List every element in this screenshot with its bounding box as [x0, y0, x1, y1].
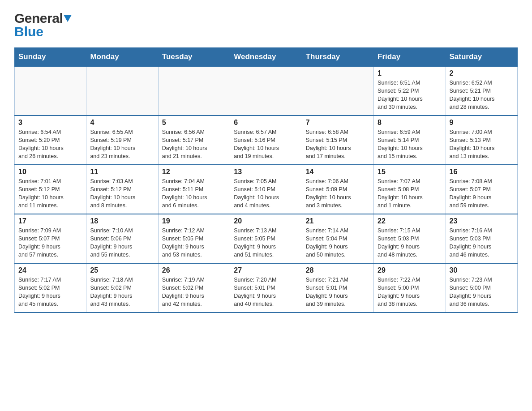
- day-info: Sunrise: 7:16 AM Sunset: 5:03 PM Dayligh…: [450, 227, 514, 259]
- day-info: Sunrise: 6:52 AM Sunset: 5:21 PM Dayligh…: [450, 79, 514, 111]
- day-cell: [230, 66, 302, 116]
- day-info: Sunrise: 7:00 AM Sunset: 5:13 PM Dayligh…: [450, 128, 514, 161]
- day-number: 26: [162, 266, 226, 274]
- day-number: 27: [234, 266, 298, 274]
- day-info: Sunrise: 7:06 AM Sunset: 5:09 PM Dayligh…: [306, 177, 370, 210]
- day-cell: 25Sunrise: 7:18 AM Sunset: 5:02 PM Dayli…: [86, 263, 158, 313]
- day-cell: 1Sunrise: 6:51 AM Sunset: 5:22 PM Daylig…: [374, 66, 446, 116]
- day-number: 11: [90, 168, 154, 176]
- day-cell: 27Sunrise: 7:20 AM Sunset: 5:01 PM Dayli…: [230, 263, 302, 313]
- day-info: Sunrise: 7:14 AM Sunset: 5:04 PM Dayligh…: [306, 227, 370, 259]
- weekday-header-sunday: Sunday: [15, 48, 86, 67]
- day-cell: 8Sunrise: 6:59 AM Sunset: 5:14 PM Daylig…: [374, 116, 446, 165]
- day-cell: 2Sunrise: 6:52 AM Sunset: 5:21 PM Daylig…: [446, 66, 517, 116]
- day-number: 5: [162, 119, 226, 127]
- day-cell: [15, 66, 86, 116]
- day-info: Sunrise: 7:13 AM Sunset: 5:05 PM Dayligh…: [234, 227, 298, 259]
- day-number: 20: [234, 217, 298, 225]
- day-cell: 28Sunrise: 7:21 AM Sunset: 5:01 PM Dayli…: [302, 263, 373, 313]
- day-cell: 5Sunrise: 6:56 AM Sunset: 5:17 PM Daylig…: [158, 116, 230, 165]
- day-info: Sunrise: 7:19 AM Sunset: 5:02 PM Dayligh…: [162, 276, 226, 308]
- day-cell: [158, 66, 230, 116]
- weekday-header-row: SundayMondayTuesdayWednesdayThursdayFrid…: [15, 48, 518, 67]
- day-number: 30: [450, 266, 514, 274]
- day-cell: 10Sunrise: 7:01 AM Sunset: 5:12 PM Dayli…: [15, 165, 86, 214]
- day-info: Sunrise: 7:21 AM Sunset: 5:01 PM Dayligh…: [306, 276, 370, 308]
- day-cell: 22Sunrise: 7:15 AM Sunset: 5:03 PM Dayli…: [374, 214, 446, 263]
- day-cell: 11Sunrise: 7:03 AM Sunset: 5:12 PM Dayli…: [86, 165, 158, 214]
- day-info: Sunrise: 6:58 AM Sunset: 5:15 PM Dayligh…: [306, 128, 370, 161]
- day-info: Sunrise: 7:03 AM Sunset: 5:12 PM Dayligh…: [90, 177, 154, 210]
- day-number: 28: [306, 266, 370, 274]
- logo-blue-text: Blue: [14, 24, 43, 39]
- day-info: Sunrise: 7:01 AM Sunset: 5:12 PM Dayligh…: [18, 177, 82, 210]
- day-number: 14: [306, 168, 370, 176]
- logo-arrow-icon: [64, 15, 72, 24]
- day-number: 1: [378, 69, 442, 77]
- day-number: 12: [162, 168, 226, 176]
- day-number: 2: [450, 69, 514, 77]
- day-info: Sunrise: 7:23 AM Sunset: 5:00 PM Dayligh…: [450, 276, 514, 308]
- day-info: Sunrise: 6:54 AM Sunset: 5:20 PM Dayligh…: [18, 128, 82, 161]
- day-number: 29: [378, 266, 442, 274]
- week-row-2: 3Sunrise: 6:54 AM Sunset: 5:20 PM Daylig…: [15, 116, 518, 165]
- day-number: 16: [450, 168, 514, 176]
- day-cell: 12Sunrise: 7:04 AM Sunset: 5:11 PM Dayli…: [158, 165, 230, 214]
- day-info: Sunrise: 7:07 AM Sunset: 5:08 PM Dayligh…: [378, 177, 442, 210]
- day-info: Sunrise: 7:08 AM Sunset: 5:07 PM Dayligh…: [450, 177, 514, 210]
- day-cell: 13Sunrise: 7:05 AM Sunset: 5:10 PM Dayli…: [230, 165, 302, 214]
- day-number: 24: [18, 266, 82, 274]
- day-info: Sunrise: 7:05 AM Sunset: 5:10 PM Dayligh…: [234, 177, 298, 210]
- day-cell: 7Sunrise: 6:58 AM Sunset: 5:15 PM Daylig…: [302, 116, 373, 165]
- weekday-header-thursday: Thursday: [302, 48, 373, 67]
- day-cell: 30Sunrise: 7:23 AM Sunset: 5:00 PM Dayli…: [446, 263, 517, 313]
- day-number: 19: [162, 217, 226, 225]
- day-cell: 17Sunrise: 7:09 AM Sunset: 5:07 PM Dayli…: [15, 214, 86, 263]
- day-info: Sunrise: 7:22 AM Sunset: 5:00 PM Dayligh…: [378, 276, 442, 308]
- day-cell: 3Sunrise: 6:54 AM Sunset: 5:20 PM Daylig…: [15, 116, 86, 165]
- day-cell: 29Sunrise: 7:22 AM Sunset: 5:00 PM Dayli…: [374, 263, 446, 313]
- day-number: 8: [378, 119, 442, 127]
- day-number: 6: [234, 119, 298, 127]
- weekday-header-monday: Monday: [86, 48, 158, 67]
- day-cell: 16Sunrise: 7:08 AM Sunset: 5:07 PM Dayli…: [446, 165, 517, 214]
- day-cell: 19Sunrise: 7:12 AM Sunset: 5:05 PM Dayli…: [158, 214, 230, 263]
- week-row-4: 17Sunrise: 7:09 AM Sunset: 5:07 PM Dayli…: [15, 214, 518, 263]
- day-info: Sunrise: 6:59 AM Sunset: 5:14 PM Dayligh…: [378, 128, 442, 161]
- day-cell: 23Sunrise: 7:16 AM Sunset: 5:03 PM Dayli…: [446, 214, 517, 263]
- day-info: Sunrise: 7:10 AM Sunset: 5:06 PM Dayligh…: [90, 227, 154, 259]
- day-number: 17: [18, 217, 82, 225]
- day-number: 3: [18, 119, 82, 127]
- day-number: 9: [450, 119, 514, 127]
- day-number: 7: [306, 119, 370, 127]
- day-info: Sunrise: 6:55 AM Sunset: 5:19 PM Dayligh…: [90, 128, 154, 161]
- day-cell: 18Sunrise: 7:10 AM Sunset: 5:06 PM Dayli…: [86, 214, 158, 263]
- calendar-table: SundayMondayTuesdayWednesdayThursdayFrid…: [14, 47, 518, 313]
- day-cell: 24Sunrise: 7:17 AM Sunset: 5:02 PM Dayli…: [15, 263, 86, 313]
- day-cell: 14Sunrise: 7:06 AM Sunset: 5:09 PM Dayli…: [302, 165, 373, 214]
- day-info: Sunrise: 6:51 AM Sunset: 5:22 PM Dayligh…: [378, 79, 442, 111]
- day-info: Sunrise: 7:12 AM Sunset: 5:05 PM Dayligh…: [162, 227, 226, 259]
- weekday-header-friday: Friday: [374, 48, 446, 67]
- day-number: 25: [90, 266, 154, 274]
- day-number: 22: [378, 217, 442, 225]
- day-number: 15: [378, 168, 442, 176]
- day-info: Sunrise: 6:57 AM Sunset: 5:16 PM Dayligh…: [234, 128, 298, 161]
- day-info: Sunrise: 7:09 AM Sunset: 5:07 PM Dayligh…: [18, 227, 82, 259]
- day-info: Sunrise: 7:17 AM Sunset: 5:02 PM Dayligh…: [18, 276, 82, 308]
- day-cell: [86, 66, 158, 116]
- day-info: Sunrise: 7:18 AM Sunset: 5:02 PM Dayligh…: [90, 276, 154, 308]
- weekday-header-wednesday: Wednesday: [230, 48, 302, 67]
- logo: General Blue: [14, 11, 72, 39]
- day-cell: 4Sunrise: 6:55 AM Sunset: 5:19 PM Daylig…: [86, 116, 158, 165]
- logo-general-text: General: [14, 11, 63, 26]
- day-number: 21: [306, 217, 370, 225]
- week-row-1: 1Sunrise: 6:51 AM Sunset: 5:22 PM Daylig…: [15, 66, 518, 116]
- day-info: Sunrise: 7:04 AM Sunset: 5:11 PM Dayligh…: [162, 177, 226, 210]
- day-number: 23: [450, 217, 514, 225]
- svg-marker-0: [64, 15, 72, 22]
- day-cell: 9Sunrise: 7:00 AM Sunset: 5:13 PM Daylig…: [446, 116, 517, 165]
- day-number: 4: [90, 119, 154, 127]
- day-info: Sunrise: 7:15 AM Sunset: 5:03 PM Dayligh…: [378, 227, 442, 259]
- week-row-3: 10Sunrise: 7:01 AM Sunset: 5:12 PM Dayli…: [15, 165, 518, 214]
